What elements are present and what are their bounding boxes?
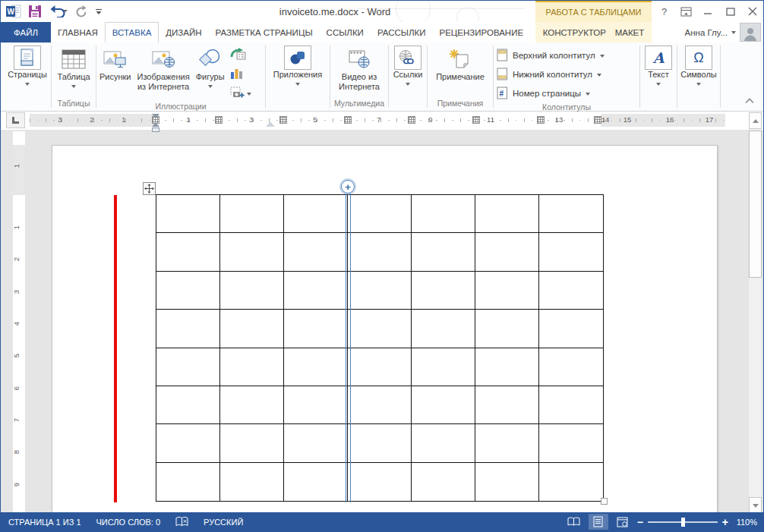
close-button[interactable]: [741, 1, 763, 22]
screenshot-icon[interactable]: [230, 87, 245, 101]
table-column-marker[interactable]: [344, 116, 352, 124]
help-button[interactable]: ?: [653, 1, 675, 22]
online-video-button[interactable]: Видео изИнтернета: [336, 44, 383, 93]
page-number-button[interactable]: # Номер страницы: [494, 85, 608, 102]
table-resize-handle[interactable]: [601, 498, 608, 505]
table-column-marker[interactable]: [279, 116, 287, 124]
table-cell[interactable]: [412, 348, 475, 386]
print-layout-button[interactable]: [589, 514, 608, 530]
tab-file[interactable]: ФАЙЛ: [1, 22, 51, 42]
table-cell[interactable]: [539, 348, 603, 386]
user-account[interactable]: Анна Глу...: [685, 22, 761, 42]
table-cell[interactable]: [412, 424, 475, 462]
table-cell[interactable]: [220, 348, 284, 386]
hanging-indent-marker[interactable]: [152, 122, 159, 127]
collapse-ribbon-icon[interactable]: [745, 93, 754, 107]
table-cell[interactable]: [156, 386, 220, 424]
zoom-slider[interactable]: [648, 521, 718, 523]
table-cell[interactable]: [156, 233, 220, 271]
online-pictures-button[interactable]: Изображенияиз Интернета: [134, 44, 193, 93]
table-cell[interactable]: [220, 195, 284, 233]
table-cell[interactable]: [348, 233, 412, 271]
table-column-marker[interactable]: [537, 116, 545, 124]
table-column-marker[interactable]: [408, 116, 415, 124]
header-button[interactable]: Верхний колонтитул: [494, 47, 608, 64]
table-cell[interactable]: [475, 310, 539, 348]
tab-insert[interactable]: ВСТАВКА: [105, 22, 159, 42]
tab-design[interactable]: ДИЗАЙН: [159, 22, 208, 42]
word-app-icon[interactable]: W: [5, 2, 21, 20]
table-cell[interactable]: [156, 272, 220, 310]
apps-button[interactable]: Приложения: [270, 44, 325, 87]
table-cell[interactable]: [220, 386, 284, 424]
insert-column-button[interactable]: +: [341, 180, 355, 194]
table-cell[interactable]: [220, 463, 284, 501]
table-cell[interactable]: [539, 233, 603, 271]
zoom-in-button[interactable]: +: [722, 517, 728, 527]
scroll-down-button[interactable]: [749, 497, 762, 514]
table-cell[interactable]: [348, 386, 412, 424]
smartart-icon[interactable]: [230, 47, 246, 63]
table-cell[interactable]: [220, 272, 284, 310]
vertical-scrollbar[interactable]: [749, 112, 762, 514]
table-cell[interactable]: [348, 463, 412, 501]
symbols-button[interactable]: Ω Символы: [677, 44, 720, 87]
table-button[interactable]: Таблица: [54, 44, 93, 90]
table-column-marker[interactable]: [472, 116, 480, 124]
redo-icon[interactable]: [75, 2, 88, 20]
table-column-marker[interactable]: [215, 116, 223, 124]
tab-table-design[interactable]: КОНСТРУКТОР: [541, 28, 608, 37]
table-move-handle[interactable]: [143, 182, 156, 195]
table-cell[interactable]: [284, 272, 348, 310]
table-cell[interactable]: [284, 424, 348, 462]
web-layout-button[interactable]: [613, 514, 633, 530]
vertical-ruler[interactable]: 1123456789: [13, 131, 25, 514]
zoom-out-button[interactable]: −: [637, 517, 643, 527]
table-cell[interactable]: [220, 424, 284, 462]
table-column-marker[interactable]: [594, 116, 601, 124]
table-cell[interactable]: [220, 310, 284, 348]
table-cell[interactable]: [284, 386, 348, 424]
table-cell[interactable]: [539, 424, 603, 462]
table-cell[interactable]: [412, 195, 475, 233]
tab-table-layout[interactable]: МАКЕТ: [614, 28, 646, 37]
left-indent-marker[interactable]: [152, 127, 159, 132]
word-count[interactable]: ЧИСЛО СЛОВ: 0: [89, 518, 169, 527]
table-cell[interactable]: [348, 195, 412, 233]
table-cell[interactable]: [348, 310, 412, 348]
tab-home[interactable]: ГЛАВНАЯ: [51, 22, 105, 42]
scrollbar-thumb[interactable]: [749, 131, 762, 278]
table-cell[interactable]: [284, 463, 348, 501]
table-cell[interactable]: [475, 272, 539, 310]
links-button[interactable]: Ссылки: [390, 44, 426, 87]
tab-mailings[interactable]: РАССЫЛКИ: [371, 22, 433, 42]
undo-icon[interactable]: [49, 2, 68, 20]
tab-selector-button[interactable]: [6, 112, 25, 128]
proofing-status[interactable]: [168, 516, 196, 527]
indent-triangle-marker[interactable]: [266, 121, 275, 127]
table-cell[interactable]: [412, 233, 475, 271]
table-cell[interactable]: [539, 463, 603, 501]
read-mode-button[interactable]: [564, 514, 584, 530]
table-cell[interactable]: [539, 272, 603, 310]
user-avatar[interactable]: [740, 23, 761, 42]
table-cell[interactable]: [475, 195, 539, 233]
pictures-button[interactable]: Рисунки: [96, 44, 134, 83]
table-cell[interactable]: [156, 310, 220, 348]
table-cell[interactable]: [475, 424, 539, 462]
shapes-button[interactable]: Фигуры: [193, 44, 228, 90]
table-cell[interactable]: [539, 195, 603, 233]
zoom-percentage[interactable]: 110%: [733, 518, 757, 527]
table-cell[interactable]: [475, 386, 539, 424]
table-cell[interactable]: [156, 348, 220, 386]
scroll-up-button[interactable]: [749, 112, 762, 129]
table-cell[interactable]: [348, 348, 412, 386]
table-cell[interactable]: [220, 233, 284, 271]
table-cell[interactable]: [475, 463, 539, 501]
table-cell[interactable]: [475, 233, 539, 271]
table-cell[interactable]: [412, 386, 475, 424]
table-cell[interactable]: [412, 463, 475, 501]
maximize-button[interactable]: [719, 1, 741, 22]
table-cell[interactable]: [539, 386, 603, 424]
footer-button[interactable]: Нижний колонтитул: [494, 66, 608, 83]
